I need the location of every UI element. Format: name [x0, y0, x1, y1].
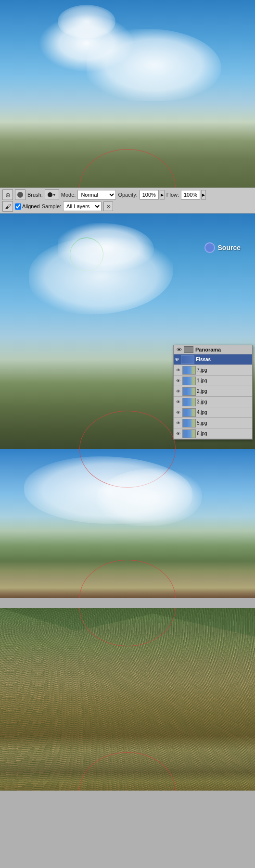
layer-name-5: 5.jpg: [197, 420, 251, 426]
sample-label: Sample:: [42, 203, 61, 209]
layer-eye-5: 👁: [175, 420, 181, 427]
brush-picker-btn[interactable]: [15, 189, 26, 200]
canvas-panel-2: Source 👁 Panorama 👁 Fissas 👁 7.jpg: [0, 214, 255, 449]
flow-arrow[interactable]: ▶: [201, 190, 206, 200]
layer-row-6jpg[interactable]: 👁 6.jpg: [174, 428, 252, 439]
layer-row-7jpg[interactable]: 👁 7.jpg: [174, 365, 252, 376]
flow-value: 100%: [181, 190, 200, 200]
layer-thumb-3: [182, 398, 196, 406]
aligned-checkbox-label[interactable]: Aligned: [15, 203, 40, 210]
source-label: Source: [218, 244, 241, 252]
sample-cursor: [70, 238, 103, 271]
layer-thumb-4: [182, 408, 196, 417]
aligned-label: Aligned: [22, 203, 40, 209]
layer-eye-4: 👁: [175, 409, 181, 416]
layers-panel-header: 👁 Panorama: [174, 345, 252, 354]
canvas-panel-3: [0, 449, 255, 598]
flow-label: Flow:: [166, 192, 179, 198]
brush-preview-btn[interactable]: ▼: [45, 189, 59, 200]
layer-thumb-2: [182, 387, 196, 396]
layers-panel-title: Panorama: [195, 347, 221, 352]
layer-name-2: 2.jpg: [197, 389, 251, 394]
clone-tool-icon[interactable]: ⊕: [2, 189, 13, 200]
group-eye: 👁: [175, 357, 179, 362]
canvas-panel-1: [0, 0, 255, 188]
layer-name-1: 1.jpg: [197, 378, 251, 383]
brush-label: Brush:: [27, 192, 43, 198]
cancel-icon[interactable]: ⊗: [103, 201, 113, 211]
layer-row-4jpg[interactable]: 👁 4.jpg: [174, 407, 252, 418]
toolbar-row-2: 🖌 Aligned Sample: All Layers ⊗: [2, 201, 253, 212]
layer-thumb-6: [182, 429, 196, 438]
layer-thumb-7: [182, 366, 196, 375]
aligned-checkbox[interactable]: [15, 203, 21, 210]
source-dot: [204, 242, 215, 253]
cloud-decoration: [58, 5, 115, 38]
layer-eye-3: 👁: [175, 399, 181, 405]
layer-eye-2: 👁: [175, 388, 181, 395]
image-panel-1: [0, 0, 255, 188]
sample-select[interactable]: All Layers: [63, 201, 102, 211]
layers-panel[interactable]: 👁 Panorama 👁 Fissas 👁 7.jpg 👁 1.jpg: [173, 345, 253, 440]
mode-label: Mode:: [61, 192, 76, 198]
layer-group-row[interactable]: 👁 Fissas: [174, 354, 252, 365]
image-panel-3: [0, 449, 255, 598]
seam-arc-top-3: [79, 449, 176, 488]
image-panel-4: [0, 608, 255, 791]
mode-select[interactable]: Normal: [77, 190, 116, 200]
layer-eye-6: 👁: [175, 430, 181, 437]
seam-arc-top-1: [79, 149, 176, 188]
layer-name-7: 7.jpg: [197, 367, 251, 373]
layer-name-4: 4.jpg: [197, 410, 251, 415]
opacity-value: 100%: [140, 190, 159, 200]
panel-gap: [0, 598, 255, 608]
layer-thumb-5: [182, 419, 196, 428]
vegetation-overlay: [0, 608, 255, 791]
layer-eye-7: 👁: [175, 367, 181, 374]
seam-arc-bottom-3: [79, 560, 176, 598]
layer-row-3jpg[interactable]: 👁 3.jpg: [174, 397, 252, 407]
layer-row-5jpg[interactable]: 👁 5.jpg: [174, 418, 252, 428]
opacity-group: 100% ▶: [140, 190, 165, 200]
opacity-label: Opacity:: [118, 192, 137, 198]
layer-name-3: 3.jpg: [197, 399, 251, 404]
options-toolbar: ⊕ Brush: ▼ Mode: Normal Opacity: 100% ▶ …: [0, 188, 255, 214]
source-indicator: Source: [204, 242, 241, 253]
canvas-panel-4: [0, 608, 255, 791]
eye-icon-panel: 👁: [177, 347, 182, 352]
layer-row-2jpg[interactable]: 👁 2.jpg: [174, 386, 252, 397]
opacity-arrow[interactable]: ▶: [160, 190, 165, 200]
image-panel-2: Source 👁 Panorama 👁 Fissas 👁 7.jpg: [0, 214, 255, 449]
layer-thumb-1: [182, 377, 196, 385]
layer-eye-1: 👁: [175, 377, 181, 384]
group-name: Fissas: [196, 357, 211, 362]
flow-group: 100% ▶: [181, 190, 206, 200]
seam-arc-bottom-2: [79, 411, 176, 449]
layer-name-6: 6.jpg: [197, 431, 251, 436]
layer-row-1jpg[interactable]: 👁 1.jpg: [174, 376, 252, 386]
toolbar-row-1: ⊕ Brush: ▼ Mode: Normal Opacity: 100% ▶ …: [2, 189, 253, 200]
airbrush-icon[interactable]: 🖌: [2, 201, 13, 212]
